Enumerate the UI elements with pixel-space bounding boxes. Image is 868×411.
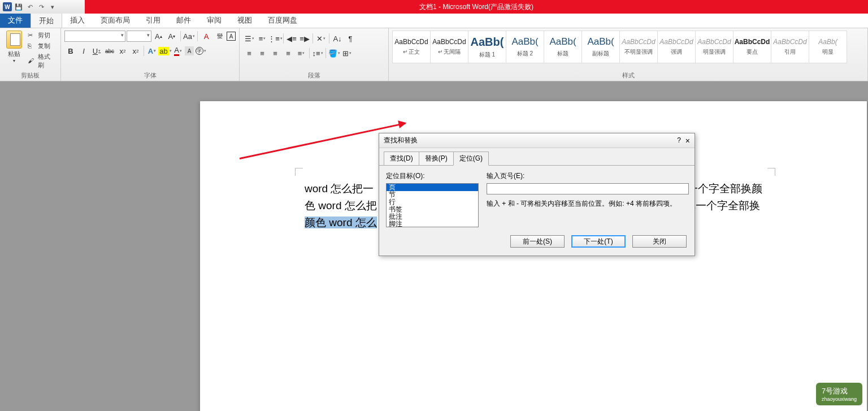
superscript-button[interactable]: x2: [129, 45, 142, 57]
show-marks-icon[interactable]: ¶: [344, 33, 357, 44]
grow-font-icon[interactable]: A▴: [153, 31, 165, 42]
tab-goto[interactable]: 定位(G): [453, 152, 489, 166]
margin-mark-tr: [767, 168, 775, 176]
document-page[interactable]: word 怎么把一一个字全部换颜 色 word 怎么把把一个字全部换 颜色 wo…: [200, 101, 867, 411]
format-painter-button[interactable]: 🖌格式刷: [27, 52, 57, 70]
app-icon[interactable]: W: [2, 2, 12, 12]
dialog-title: 查找和替换: [384, 136, 418, 145]
selected-text: 颜色 word 怎么: [305, 217, 377, 228]
quick-access-toolbar: W 💾 ↶ ↷ ▾: [0, 2, 60, 12]
style-title[interactable]: AaBb(标题: [544, 31, 582, 63]
indent-increase-icon[interactable]: ≡▶: [298, 33, 311, 44]
borders-icon[interactable]: ⊞: [341, 47, 353, 59]
page-number-label: 输入页号(E):: [487, 171, 689, 181]
style-heading2[interactable]: AaBb(标题 2: [506, 31, 544, 63]
numbering-icon[interactable]: ≡: [256, 33, 268, 44]
tab-layout[interactable]: 页面布局: [93, 13, 138, 28]
font-name-combo[interactable]: [64, 31, 125, 42]
margin-mark-tl: [295, 168, 303, 176]
ribbon-tabs: 文件 开始 插入 页面布局 引用 邮件 审阅 视图 百度网盘: [0, 14, 868, 28]
font-color-button[interactable]: A: [172, 45, 184, 57]
group-font: A▴ A▾ Aa A 變 A B I U abc x2 x2 A ab A A: [61, 28, 240, 81]
tab-home[interactable]: 开始: [31, 13, 62, 28]
justify-icon[interactable]: ≡: [282, 47, 294, 59]
help-icon[interactable]: ?: [677, 136, 681, 145]
group-label-paragraph: 段落: [243, 70, 385, 80]
phonetic-icon[interactable]: 變: [214, 31, 226, 42]
style-intense-emph[interactable]: AaBbCcDd明显强调: [695, 31, 734, 63]
ribbon: 粘贴 ▾ ✂剪切 ⎘复制 🖌格式刷 剪贴板 A▴ A▾ Aa A 變: [0, 28, 868, 81]
paste-button[interactable]: 粘贴 ▾: [3, 31, 24, 70]
style-intense[interactable]: AaBb(明显: [809, 31, 847, 63]
style-heading1[interactable]: AaBb(标题 1: [468, 31, 506, 63]
title-bar: W 💾 ↶ ↷ ▾ 文档1 - Microsoft Word(产品激活失败): [0, 0, 868, 14]
align-right-icon[interactable]: ≡: [269, 47, 281, 59]
dialog-body: 定位目标(O): 页 节 行 书签 批注 脚注 输入页号(E): 输入 + 和 …: [379, 165, 695, 235]
redo-icon[interactable]: ↷: [36, 2, 46, 12]
undo-icon[interactable]: ↶: [25, 2, 35, 12]
tab-replace[interactable]: 替换(P): [419, 152, 454, 166]
goto-target-listbox[interactable]: 页 节 行 书签 批注 脚注: [386, 183, 479, 227]
goto-hint: 输入 + 和 - 可将相关内容移至当前位置。例如: +4 将前移四项。: [487, 199, 689, 209]
style-emphasis[interactable]: AaBbCcDd强调: [657, 31, 696, 63]
subscript-button[interactable]: x2: [116, 45, 129, 57]
style-quote[interactable]: AaBbCcDd引用: [771, 31, 809, 63]
strike-button[interactable]: abc: [103, 45, 116, 57]
shading-icon[interactable]: 🪣: [328, 47, 340, 59]
tab-baidu[interactable]: 百度网盘: [260, 13, 305, 28]
highlight-button[interactable]: ab: [159, 45, 171, 57]
copy-button[interactable]: ⎘复制: [27, 41, 57, 51]
line-spacing-icon[interactable]: ↕≡: [311, 47, 324, 59]
align-center-icon[interactable]: ≡: [256, 47, 268, 59]
tab-insert[interactable]: 插入: [62, 13, 93, 28]
text-direction-icon[interactable]: ✕: [315, 33, 327, 44]
site-badge: 7号游戏 zhaoyouxiwang: [816, 383, 862, 405]
document-area: word 怎么把一一个字全部换颜 色 word 怎么把把一个字全部换 颜色 wo…: [0, 81, 868, 411]
dialog-titlebar[interactable]: 查找和替换 ? ×: [379, 133, 695, 148]
tab-references[interactable]: 引用: [138, 13, 168, 28]
brush-icon: 🖌: [28, 57, 36, 65]
page-number-input[interactable]: [487, 183, 689, 194]
char-shading-icon[interactable]: A: [185, 46, 194, 55]
tab-review[interactable]: 审阅: [199, 13, 229, 28]
save-icon[interactable]: 💾: [14, 2, 24, 12]
sort-icon[interactable]: A↓: [331, 33, 344, 44]
style-subtle-emph[interactable]: AaBbCcDd不明显强调: [619, 31, 658, 63]
prev-button[interactable]: 前一处(S): [510, 235, 565, 248]
enclose-char-icon[interactable]: 字: [194, 45, 207, 57]
bold-button[interactable]: B: [64, 45, 77, 57]
tab-find[interactable]: 查找(D): [384, 152, 419, 166]
italic-button[interactable]: I: [77, 45, 90, 57]
font-size-combo[interactable]: [127, 31, 151, 42]
change-case-button[interactable]: Aa: [183, 31, 196, 42]
underline-button[interactable]: U: [90, 45, 103, 57]
paste-label: 粘贴: [8, 50, 20, 58]
style-nospacing[interactable]: AaBbCcDd↵ 无间隔: [430, 31, 468, 63]
next-button[interactable]: 下一处(T): [571, 235, 626, 248]
close-icon[interactable]: ×: [685, 136, 690, 145]
distribute-icon[interactable]: ≡: [295, 47, 307, 59]
multilevel-icon[interactable]: ⋮≡: [269, 33, 281, 44]
bullets-icon[interactable]: ☰: [243, 33, 255, 44]
list-item[interactable]: 脚注: [387, 220, 478, 227]
dialog-buttons: 前一处(S) 下一处(T) 关闭: [379, 235, 695, 256]
indent-decrease-icon[interactable]: ◀≡: [285, 33, 298, 44]
char-border-icon[interactable]: A: [227, 32, 236, 41]
text-effects-button[interactable]: A: [146, 45, 158, 57]
tab-mail[interactable]: 邮件: [168, 13, 199, 28]
group-clipboard: 粘贴 ▾ ✂剪切 ⎘复制 🖌格式刷 剪贴板: [0, 28, 61, 81]
shrink-font-icon[interactable]: A▾: [166, 31, 178, 42]
style-normal[interactable]: AaBbCcDd↵ 正文: [392, 31, 431, 63]
list-item[interactable]: 页: [387, 184, 478, 191]
style-subtitle[interactable]: AaBb(副标题: [581, 31, 620, 63]
style-strong[interactable]: AaBbCcDd要点: [733, 31, 771, 63]
tab-view[interactable]: 视图: [229, 13, 260, 28]
list-item[interactable]: 节: [387, 191, 478, 198]
scissors-icon: ✂: [28, 32, 36, 40]
qat-more-icon[interactable]: ▾: [47, 2, 58, 12]
align-left-icon[interactable]: ≡: [243, 47, 255, 59]
tab-file[interactable]: 文件: [0, 13, 31, 28]
clear-format-icon[interactable]: A: [200, 31, 212, 42]
cut-button[interactable]: ✂剪切: [27, 31, 57, 40]
close-button[interactable]: 关闭: [632, 235, 687, 248]
